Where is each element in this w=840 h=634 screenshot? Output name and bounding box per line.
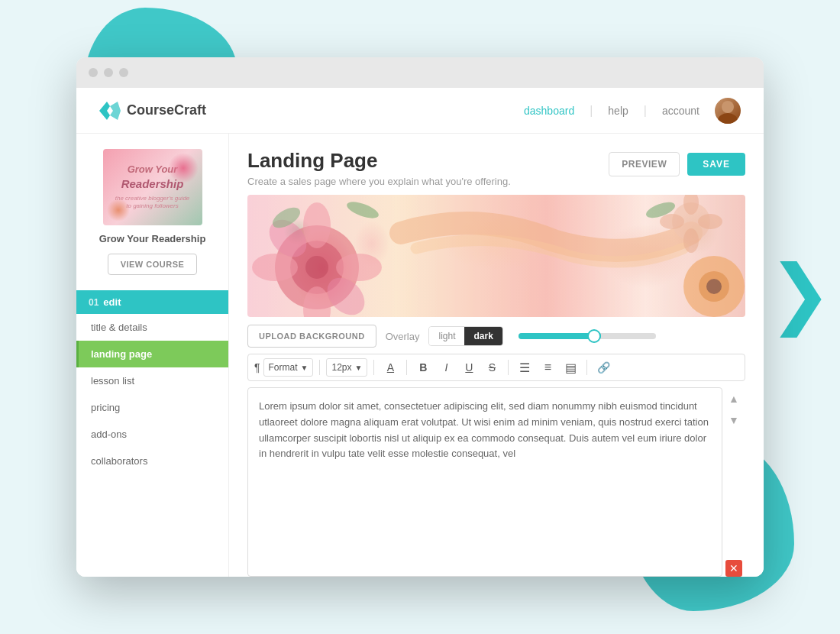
page-header: Landing Page Create a sales page where y… [229, 134, 764, 195]
window-dot-2 [104, 68, 113, 77]
nav-help[interactable]: help [608, 105, 628, 117]
sidebar-section-header: 01 edit [76, 290, 228, 314]
svg-point-17 [698, 214, 722, 229]
nav-account[interactable]: account [662, 105, 699, 117]
toolbar-divider-4 [508, 360, 509, 375]
page-subtitle: Create a sales page where you explain wh… [247, 176, 511, 187]
toolbar-area: UPLOAD BACKGROUND Overlay light dark [229, 317, 764, 381]
font-size-dropdown-icon: ▼ [354, 364, 362, 372]
nav-dashboard[interactable]: dashboard [524, 105, 574, 117]
nav-divider-2: | [644, 104, 647, 118]
logo-text: CourseCraft [127, 102, 206, 118]
svg-point-6 [305, 256, 328, 279]
sidebar-item-add-ons[interactable]: add-ons [76, 421, 228, 448]
toggle-dark[interactable]: dark [464, 327, 502, 345]
section-number: 01 [89, 297, 99, 308]
slider-thumb[interactable] [587, 329, 601, 343]
upload-row: UPLOAD BACKGROUND Overlay light dark [247, 325, 745, 348]
save-button[interactable]: SAVE [687, 153, 745, 176]
page-title: Landing Page [247, 149, 511, 173]
svg-point-9 [252, 254, 298, 281]
nav-divider-1: | [590, 104, 593, 118]
delete-button[interactable]: ✕ [725, 560, 742, 577]
link-button[interactable]: 🔗 [593, 357, 613, 377]
unordered-list-button[interactable]: ≡ [538, 357, 557, 377]
nav-links: dashboard | help | account [524, 98, 741, 124]
svg-point-20 [706, 279, 722, 294]
upload-background-button[interactable]: UPLOAD BACKGROUND [247, 325, 376, 348]
editor-body-text: Lorem ipsum dolor sit amet, consectetuer… [259, 399, 711, 462]
svg-point-7 [303, 202, 331, 248]
course-name: Grow Your Readership [76, 233, 228, 254]
hero-svg [247, 195, 745, 317]
toggle-light[interactable]: light [429, 327, 464, 345]
svg-point-22 [345, 199, 381, 222]
toolbar-divider-2 [373, 360, 374, 375]
move-up-button[interactable]: ▲ [725, 390, 742, 407]
window-dot-3 [119, 68, 128, 77]
browser-bar [76, 57, 764, 88]
editor-content[interactable]: Lorem ipsum dolor sit amet, consectetuer… [247, 387, 722, 577]
format-select[interactable]: Format ▼ [263, 358, 314, 377]
strikethrough-button[interactable]: S [482, 357, 502, 377]
move-down-button[interactable]: ▼ [725, 412, 742, 429]
format-dropdown-icon: ▼ [301, 364, 309, 372]
format-label: Format [269, 362, 298, 373]
toolbar-divider-1 [319, 360, 320, 375]
paragraph-icon: ¶ [254, 361, 260, 374]
main-layout: Grow Your Readership the creative blogge… [76, 134, 764, 577]
overlay-toggle-group: light dark [428, 326, 502, 346]
browser-window: CourseCraft dashboard | help | account [76, 57, 764, 577]
course-thumbnail: Grow Your Readership the creative blogge… [103, 149, 202, 225]
logo: CourseCraft [99, 102, 524, 120]
svg-marker-1 [110, 102, 121, 120]
page-content: Landing Page Create a sales page where y… [229, 134, 764, 577]
underline-button[interactable]: U [459, 357, 479, 377]
svg-point-3 [718, 113, 738, 124]
font-color-button[interactable]: A [380, 357, 400, 377]
preview-button[interactable]: PREVIEW [609, 152, 680, 176]
page-title-area: Landing Page Create a sales page where y… [247, 149, 511, 187]
sidebar-item-collaborators[interactable]: collaborators [76, 448, 228, 474]
sidebar-item-landing-page[interactable]: landing page [76, 341, 228, 367]
logo-icon [99, 102, 121, 120]
editor-sidebar: ▲ ▼ ✕ [722, 387, 745, 577]
svg-marker-0 [99, 102, 110, 120]
hero-image-area [247, 195, 745, 317]
sidebar: Grow Your Readership the creative blogge… [76, 134, 229, 577]
sidebar-item-lesson-list[interactable]: lesson list [76, 367, 228, 394]
avatar[interactable] [715, 98, 741, 124]
svg-point-10 [336, 254, 382, 281]
header-actions: PREVIEW SAVE [609, 152, 745, 176]
browser-content: CourseCraft dashboard | help | account [76, 88, 764, 577]
italic-button[interactable]: I [436, 357, 456, 377]
editor-wrapper: Lorem ipsum dolor sit amet, consectetuer… [247, 387, 745, 577]
svg-point-15 [683, 228, 699, 253]
section-label: edit [103, 296, 121, 308]
font-size-select[interactable]: 12px ▼ [326, 358, 367, 377]
toolbar-divider-5 [586, 360, 587, 375]
sidebar-item-title-details[interactable]: title & details [76, 314, 228, 341]
format-toolbar: ¶ Format ▼ 12px ▼ [247, 354, 745, 381]
window-dot-1 [89, 68, 98, 77]
top-nav: CourseCraft dashboard | help | account [76, 88, 764, 134]
bold-button[interactable]: B [413, 357, 433, 377]
view-course-button[interactable]: VIEW COURSE [108, 254, 198, 275]
device-wrapper: CourseCraft dashboard | help | account [0, 0, 840, 634]
font-size-value: 12px [331, 362, 351, 373]
sidebar-item-pricing[interactable]: pricing [76, 394, 228, 421]
svg-point-2 [722, 101, 734, 113]
toolbar-divider-3 [406, 360, 407, 375]
overlay-label: Overlay [386, 331, 420, 342]
svg-point-16 [660, 214, 684, 229]
align-button[interactable]: ▤ [561, 357, 580, 377]
overlay-slider[interactable] [519, 333, 656, 339]
ordered-list-button[interactable]: ☰ [515, 357, 535, 377]
